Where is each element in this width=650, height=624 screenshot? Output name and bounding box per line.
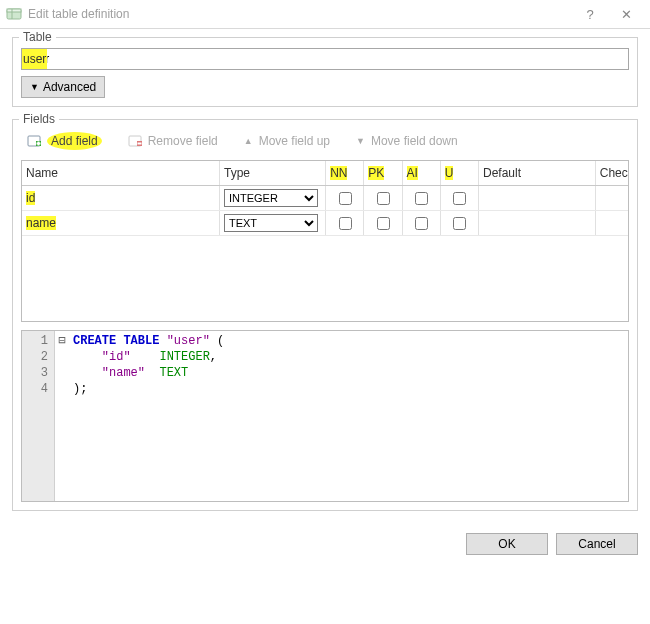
svg-rect-1	[7, 9, 21, 12]
add-field-label: Add field	[47, 132, 102, 150]
move-up-label: Move field up	[259, 134, 330, 148]
add-icon	[27, 134, 41, 148]
sql-line-gutter: 1 2 3 4	[22, 331, 55, 501]
move-down-button[interactable]: ▼ Move field down	[352, 130, 462, 152]
sql-preview: 1 2 3 4 ⊟ CREATE TABLE "user" ( "id" INT…	[21, 330, 629, 502]
arrow-up-icon: ▲	[244, 136, 253, 146]
add-field-button[interactable]: Add field	[23, 130, 106, 152]
default-cell[interactable]	[479, 211, 596, 236]
grid-header-row: Name Type NN PK AI U Default Check	[22, 161, 629, 186]
table-row[interactable]: nameINTEGERTEXTBLOBREALNUMERIC	[22, 211, 629, 236]
table-group-label: Table	[19, 30, 56, 44]
table-group: Table user ▼ Advanced	[12, 37, 638, 107]
fields-toolbar: Add field Remove field ▲ Move field up ▼…	[21, 126, 629, 160]
title-bar: Edit table definition ? ✕	[0, 0, 650, 29]
col-header-u[interactable]: U	[440, 161, 478, 186]
fields-grid: Name Type NN PK AI U Default Check idINT…	[21, 160, 629, 322]
nn-checkbox[interactable]	[339, 217, 352, 230]
ok-button[interactable]: OK	[466, 533, 548, 555]
fields-group-label: Fields	[19, 112, 59, 126]
col-header-name[interactable]: Name	[22, 161, 219, 186]
default-cell[interactable]	[479, 186, 596, 211]
help-button[interactable]: ?	[572, 7, 608, 22]
sql-text[interactable]: CREATE TABLE "user" ( "id" INTEGER, "nam…	[69, 331, 224, 501]
ai-checkbox[interactable]	[415, 217, 428, 230]
type-select[interactable]: INTEGERTEXTBLOBREALNUMERIC	[224, 189, 318, 207]
field-name: name	[26, 216, 56, 230]
app-icon	[6, 6, 22, 22]
move-down-label: Move field down	[371, 134, 458, 148]
type-select[interactable]: INTEGERTEXTBLOBREALNUMERIC	[224, 214, 318, 232]
fold-icon[interactable]: ⊟	[55, 333, 69, 349]
col-header-type[interactable]: Type	[219, 161, 325, 186]
table-row[interactable]: idINTEGERTEXTBLOBREALNUMERIC	[22, 186, 629, 211]
remove-icon	[128, 134, 142, 148]
window-title: Edit table definition	[28, 7, 572, 21]
check-cell[interactable]	[595, 211, 629, 236]
ai-checkbox[interactable]	[415, 192, 428, 205]
u-checkbox[interactable]	[453, 192, 466, 205]
dialog-button-row: OK Cancel	[0, 523, 650, 555]
field-name: id	[26, 191, 35, 205]
remove-field-label: Remove field	[148, 134, 218, 148]
move-up-button[interactable]: ▲ Move field up	[240, 130, 334, 152]
col-header-pk[interactable]: PK	[364, 161, 402, 186]
u-checkbox[interactable]	[453, 217, 466, 230]
close-button[interactable]: ✕	[608, 7, 644, 22]
col-header-ai[interactable]: AI	[402, 161, 440, 186]
sql-fold-gutter: ⊟	[55, 331, 69, 501]
col-header-default[interactable]: Default	[479, 161, 596, 186]
cancel-button[interactable]: Cancel	[556, 533, 638, 555]
table-name-input[interactable]	[21, 48, 629, 70]
remove-field-button[interactable]: Remove field	[124, 130, 222, 152]
col-header-check[interactable]: Check	[595, 161, 629, 186]
check-cell[interactable]	[595, 186, 629, 211]
col-header-nn[interactable]: NN	[326, 161, 364, 186]
pk-checkbox[interactable]	[377, 217, 390, 230]
nn-checkbox[interactable]	[339, 192, 352, 205]
advanced-button[interactable]: ▼ Advanced	[21, 76, 105, 98]
fields-group: Fields Add field Remove field ▲ Move fie…	[12, 119, 638, 511]
advanced-label: Advanced	[43, 80, 96, 94]
arrow-down-icon: ▼	[356, 136, 365, 146]
svg-rect-9	[137, 143, 141, 145]
pk-checkbox[interactable]	[377, 192, 390, 205]
svg-rect-6	[37, 143, 41, 145]
grid-horizontal-scrollbar[interactable]	[22, 304, 628, 321]
chevron-down-icon: ▼	[30, 82, 39, 92]
